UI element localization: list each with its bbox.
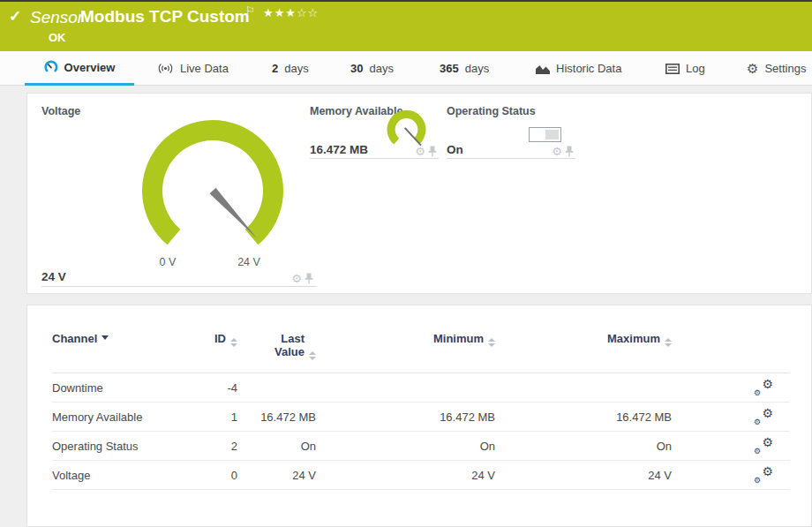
channel-name-cell: Downtime: [52, 373, 189, 403]
channel-name-cell: Memory Available: [52, 403, 189, 432]
tab-overview[interactable]: Overview: [25, 51, 134, 86]
channel-id-cell: 2: [189, 432, 237, 461]
column-header-minimum[interactable]: Minimum: [316, 332, 495, 373]
minimum-cell: [316, 373, 495, 403]
tab-2-days[interactable]: 2 days: [272, 51, 309, 86]
gear-icon: ⚙: [754, 418, 761, 426]
flag-icon[interactable]: ⚐: [245, 4, 255, 17]
column-header-channel[interactable]: Channel: [52, 332, 189, 373]
channels-panel: Channel ID Last Value Minimum Maximum: [26, 305, 812, 527]
tab-log[interactable]: Log: [665, 51, 705, 86]
channels-table: Channel ID Last Value Minimum Maximum: [52, 332, 790, 490]
gear-icon: ⚙: [762, 435, 773, 449]
voltage-current-value: 24 V: [41, 270, 66, 283]
channel-name-cell: Operating Status: [52, 432, 189, 461]
tab-live-data[interactable]: Live Data: [157, 51, 229, 86]
column-header-id-label: ID: [214, 332, 226, 345]
tab-live-data-label: Live Data: [180, 62, 229, 75]
sensor-overview-page: ✓ Sensor Modbus TCP Custom ⚐ ★★★☆☆ OK Ov…: [0, 0, 812, 527]
settings-icon: ⚙: [747, 62, 758, 75]
tab-overview-label: Overview: [64, 61, 116, 74]
edit-channel-settings-icon[interactable]: ⚙ ⚙: [754, 408, 773, 424]
channel-id-cell: -4: [189, 373, 237, 403]
table-row: Downtime -4 ⚙ ⚙: [52, 373, 790, 403]
priority-stars[interactable]: ★★★☆☆: [263, 6, 319, 19]
sort-icon: [230, 338, 237, 347]
table-header-row: Channel ID Last Value Minimum Maximum: [52, 332, 790, 373]
gear-icon[interactable]: ⚙: [552, 146, 562, 157]
gauges-panel: Voltage 0 V 24 V 24 V ⚙ Memory Available: [26, 93, 812, 294]
switch-knob: [545, 130, 559, 139]
minimum-cell: On: [316, 432, 495, 461]
object-kind-label: Sensor: [30, 8, 83, 27]
sort-icon: [309, 351, 316, 360]
pin-icon[interactable]: [304, 273, 313, 284]
gear-icon: ⚙: [754, 447, 761, 455]
tab-log-label: Log: [686, 62, 705, 75]
historic-data-icon: [536, 64, 550, 74]
sensor-header: ✓ Sensor Modbus TCP Custom ⚐ ★★★☆☆ OK: [0, 2, 812, 51]
last-value-cell: 16.472 MB: [237, 403, 316, 432]
gear-icon[interactable]: ⚙: [415, 146, 425, 157]
column-header-maximum[interactable]: Maximum: [495, 332, 672, 373]
tab-historic-data-label: Historic Data: [556, 62, 621, 75]
column-header-actions: [672, 332, 790, 373]
last-value-cell: 24 V: [237, 461, 316, 490]
last-value-cell: On: [237, 432, 316, 461]
minimum-cell: 24 V: [316, 461, 495, 490]
gear-icon: ⚙: [754, 388, 761, 397]
operating-status-widget: Operating Status On ⚙: [447, 104, 575, 159]
memory-gauge-widget: Memory Available 16.472 MB ⚙: [310, 104, 439, 159]
edit-channel-settings-icon[interactable]: ⚙ ⚙: [754, 466, 773, 482]
tab-30-days-label: days: [369, 62, 393, 75]
operating-status-title: Operating Status: [447, 105, 536, 117]
table-row: Operating Status 2 On On On ⚙ ⚙: [52, 432, 790, 461]
sort-desc-icon: [102, 335, 109, 340]
gauge-icon: [44, 60, 58, 74]
tab-365-days-number: 365: [440, 62, 459, 75]
voltage-widget-actions: ⚙: [291, 273, 313, 284]
gear-icon[interactable]: ⚙: [291, 273, 302, 284]
voltage-scale-min: 0 V: [148, 256, 187, 268]
tab-365-days[interactable]: 365 days: [440, 51, 489, 86]
pin-icon[interactable]: [565, 146, 574, 157]
tab-2-days-label: days: [284, 62, 308, 75]
tab-historic-data[interactable]: Historic Data: [536, 51, 621, 86]
tab-settings-label: Settings: [764, 62, 806, 75]
voltage-gauge: [124, 107, 301, 275]
sensor-title: Modbus TCP Custom: [80, 7, 250, 26]
edit-channel-settings-icon[interactable]: ⚙ ⚙: [754, 379, 773, 395]
log-icon: [665, 64, 680, 74]
sort-icon: [665, 338, 672, 347]
column-header-last-value[interactable]: Last Value: [237, 332, 316, 373]
memory-widget-actions: ⚙: [415, 146, 437, 157]
operating-status-switch: [529, 127, 561, 142]
table-row: Voltage 0 24 V 24 V 24 V ⚙ ⚙: [52, 461, 790, 490]
maximum-cell: On: [495, 432, 672, 461]
tab-30-days[interactable]: 30 days: [350, 51, 394, 86]
column-header-id[interactable]: ID: [189, 332, 237, 373]
minimum-cell: 16.472 MB: [316, 403, 495, 432]
sensor-status-text: OK: [49, 31, 66, 44]
maximum-cell: 16.472 MB: [495, 403, 672, 432]
status-ok-check-icon: ✓: [9, 7, 21, 26]
tab-365-days-label: days: [465, 62, 489, 75]
gear-icon: ⚙: [754, 476, 761, 485]
tab-30-days-number: 30: [350, 62, 363, 75]
tab-bar: Overview Live Data 2 days 30 days 365 da…: [0, 51, 812, 86]
gear-icon: ⚙: [762, 377, 773, 391]
last-value-cell: [237, 373, 316, 403]
edit-channel-settings-icon[interactable]: ⚙ ⚙: [754, 437, 773, 453]
pin-icon[interactable]: [428, 146, 437, 157]
maximum-cell: [495, 373, 672, 403]
voltage-scale-max: 24 V: [229, 256, 268, 268]
voltage-gauge-title: Voltage: [41, 105, 80, 117]
maximum-cell: 24 V: [495, 461, 672, 490]
column-header-maximum-label: Maximum: [607, 332, 660, 345]
column-header-last-value-label: Last Value: [264, 332, 304, 358]
column-header-minimum-label: Minimum: [433, 332, 484, 345]
operating-widget-actions: ⚙: [552, 146, 574, 157]
tab-2-days-number: 2: [272, 62, 278, 75]
voltage-gauge-widget: Voltage 0 V 24 V 24 V ⚙: [41, 104, 317, 287]
tab-settings[interactable]: ⚙ Settings: [747, 51, 806, 86]
